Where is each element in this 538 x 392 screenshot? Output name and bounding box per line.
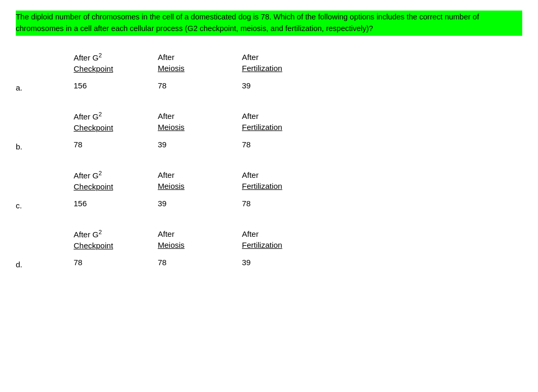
option-c-col3-header: After Fertilization [242,169,326,192]
option-a-col2-header: After Meiosis [158,52,242,74]
option-c-values: 156 39 78 [74,199,326,208]
option-b-col1-header: After G2 Checkpoint [74,110,158,133]
option-b-col3-value: 78 [242,140,326,149]
option-d[interactable]: d. After G2 Checkpoint After Meiosis Aft… [16,228,522,269]
option-d-label: d. [16,228,47,269]
option-b-col3-header: After Fertilization [242,110,326,133]
options-container: a. After G2 Checkpoint After Meiosis Aft… [16,52,522,287]
option-b-values: 78 39 78 [74,140,326,149]
option-a-label: a. [16,52,47,92]
option-d-col3-value: 39 [242,258,326,267]
option-d-col1-header: After G2 Checkpoint [74,228,158,251]
option-c[interactable]: c. After G2 Checkpoint After Meiosis Aft… [16,169,522,210]
option-b-col1-value: 78 [74,140,158,149]
option-d-table: After G2 Checkpoint After Meiosis After … [74,228,326,267]
option-a-values: 156 78 39 [74,81,326,90]
option-d-col2-header: After Meiosis [158,228,242,251]
option-a[interactable]: a. After G2 Checkpoint After Meiosis Aft… [16,52,522,92]
option-d-col2-value: 78 [158,258,242,267]
option-c-col2-value: 39 [158,199,242,208]
option-d-values: 78 78 39 [74,258,326,267]
option-d-headers: After G2 Checkpoint After Meiosis After … [74,228,326,251]
question-text: The diploid number of chromosomes in the… [16,11,522,36]
option-b-headers: After G2 Checkpoint After Meiosis After … [74,110,326,133]
option-a-col1-value: 156 [74,81,158,90]
option-c-col3-value: 78 [242,199,326,208]
option-a-headers: After G2 Checkpoint After Meiosis After … [74,52,326,74]
option-c-col2-header: After Meiosis [158,169,242,192]
option-c-col1-header: After G2 Checkpoint [74,169,158,192]
option-d-col1-value: 78 [74,258,158,267]
option-c-label: c. [16,169,47,210]
option-a-table: After G2 Checkpoint After Meiosis After … [74,52,326,90]
option-d-col3-header: After Fertilization [242,228,326,251]
option-c-headers: After G2 Checkpoint After Meiosis After … [74,169,326,192]
option-b-label: b. [16,110,47,151]
option-b-col2-header: After Meiosis [158,110,242,133]
option-a-col1-header: After G2 Checkpoint [74,52,158,74]
option-c-table: After G2 Checkpoint After Meiosis After … [74,169,326,208]
option-a-col2-value: 78 [158,81,242,90]
option-a-col3-value: 39 [242,81,326,90]
option-b-table: After G2 Checkpoint After Meiosis After … [74,110,326,149]
option-b[interactable]: b. After G2 Checkpoint After Meiosis Aft… [16,110,522,151]
option-a-col3-header: After Fertilization [242,52,326,74]
option-b-col2-value: 39 [158,140,242,149]
option-c-col1-value: 156 [74,199,158,208]
